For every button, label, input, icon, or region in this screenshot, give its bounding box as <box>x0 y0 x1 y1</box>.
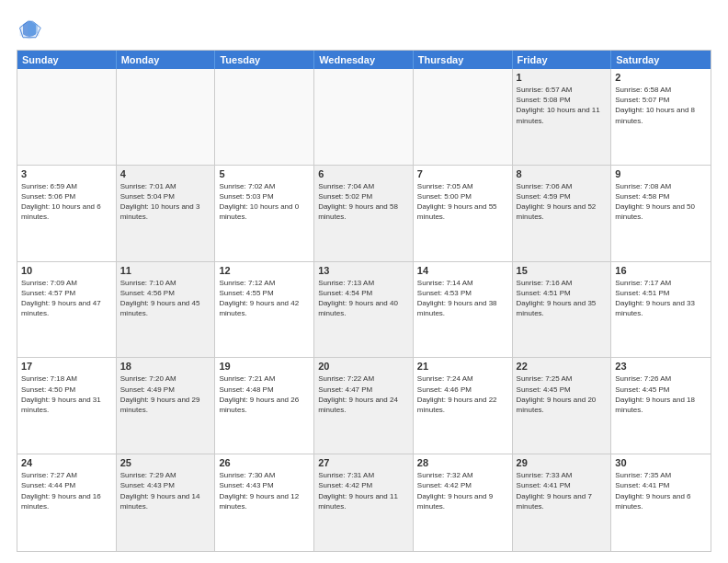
day-number: 23 <box>615 361 707 372</box>
day-cell-13: 13Sunrise: 7:13 AM Sunset: 4:54 PM Dayli… <box>314 262 414 358</box>
day-info: Sunrise: 7:13 AM Sunset: 4:54 PM Dayligh… <box>318 278 409 319</box>
day-cell-10: 10Sunrise: 7:09 AM Sunset: 4:57 PM Dayli… <box>17 262 117 358</box>
day-info: Sunrise: 7:14 AM Sunset: 4:53 PM Dayligh… <box>417 278 508 319</box>
top-section <box>17 17 711 42</box>
day-number: 2 <box>615 72 707 83</box>
day-number: 16 <box>615 265 707 276</box>
day-number: 28 <box>417 457 508 468</box>
day-cell-16: 16Sunrise: 7:17 AM Sunset: 4:51 PM Dayli… <box>611 262 711 358</box>
day-cell-14: 14Sunrise: 7:14 AM Sunset: 4:53 PM Dayli… <box>414 262 513 358</box>
day-cell-27: 27Sunrise: 7:31 AM Sunset: 4:42 PM Dayli… <box>314 454 414 551</box>
day-number: 7 <box>417 168 508 179</box>
day-info: Sunrise: 6:57 AM Sunset: 5:08 PM Dayligh… <box>517 85 608 126</box>
day-cell-19: 19Sunrise: 7:21 AM Sunset: 4:48 PM Dayli… <box>215 358 314 454</box>
day-cell-3: 3Sunrise: 6:59 AM Sunset: 5:06 PM Daylig… <box>17 166 117 261</box>
day-number: 25 <box>120 457 211 468</box>
day-info: Sunrise: 7:30 AM Sunset: 4:43 PM Dayligh… <box>219 470 310 511</box>
day-number: 19 <box>219 361 310 372</box>
day-info: Sunrise: 7:22 AM Sunset: 4:47 PM Dayligh… <box>318 373 409 415</box>
day-number: 6 <box>318 168 409 179</box>
day-cell-7: 7Sunrise: 7:05 AM Sunset: 5:00 PM Daylig… <box>414 166 513 261</box>
day-number: 22 <box>517 361 608 372</box>
day-cell-9: 9Sunrise: 7:08 AM Sunset: 4:58 PM Daylig… <box>611 166 711 261</box>
day-number: 26 <box>219 457 310 468</box>
day-info: Sunrise: 7:29 AM Sunset: 4:43 PM Dayligh… <box>120 470 211 511</box>
empty-cell <box>414 69 513 165</box>
day-number: 27 <box>318 457 409 468</box>
day-number: 13 <box>318 265 409 276</box>
day-number: 1 <box>517 72 608 83</box>
day-cell-18: 18Sunrise: 7:20 AM Sunset: 4:49 PM Dayli… <box>117 358 216 454</box>
day-cell-11: 11Sunrise: 7:10 AM Sunset: 4:56 PM Dayli… <box>117 262 216 358</box>
calendar-week-2: 10Sunrise: 7:09 AM Sunset: 4:57 PM Dayli… <box>17 262 711 359</box>
page: SundayMondayTuesdayWednesdayThursdayFrid… <box>0 0 728 563</box>
day-number: 5 <box>219 168 310 179</box>
day-number: 11 <box>120 265 211 276</box>
day-cell-22: 22Sunrise: 7:25 AM Sunset: 4:45 PM Dayli… <box>513 358 612 454</box>
day-number: 4 <box>120 168 211 179</box>
day-cell-17: 17Sunrise: 7:18 AM Sunset: 4:50 PM Dayli… <box>17 358 117 454</box>
day-info: Sunrise: 7:04 AM Sunset: 5:02 PM Dayligh… <box>318 181 409 223</box>
day-number: 24 <box>21 457 112 468</box>
day-info: Sunrise: 7:06 AM Sunset: 4:59 PM Dayligh… <box>517 181 608 223</box>
day-info: Sunrise: 7:27 AM Sunset: 4:44 PM Dayligh… <box>21 470 112 511</box>
day-info: Sunrise: 7:18 AM Sunset: 4:50 PM Dayligh… <box>21 373 112 415</box>
day-info: Sunrise: 7:24 AM Sunset: 4:46 PM Dayligh… <box>417 373 508 415</box>
day-info: Sunrise: 7:33 AM Sunset: 4:41 PM Dayligh… <box>517 470 608 511</box>
empty-cell <box>17 69 117 165</box>
day-number: 29 <box>517 457 608 468</box>
day-number: 10 <box>21 265 112 276</box>
header-day-friday: Friday <box>513 51 612 69</box>
day-cell-1: 1Sunrise: 6:57 AM Sunset: 5:08 PM Daylig… <box>513 69 612 165</box>
day-cell-29: 29Sunrise: 7:33 AM Sunset: 4:41 PM Dayli… <box>513 454 612 551</box>
calendar-week-3: 17Sunrise: 7:18 AM Sunset: 4:50 PM Dayli… <box>17 358 711 454</box>
day-cell-2: 2Sunrise: 6:58 AM Sunset: 5:07 PM Daylig… <box>611 69 711 165</box>
day-info: Sunrise: 7:17 AM Sunset: 4:51 PM Dayligh… <box>615 278 707 319</box>
calendar-week-0: 1Sunrise: 6:57 AM Sunset: 5:08 PM Daylig… <box>17 69 711 166</box>
day-info: Sunrise: 7:10 AM Sunset: 4:56 PM Dayligh… <box>120 278 211 319</box>
day-cell-20: 20Sunrise: 7:22 AM Sunset: 4:47 PM Dayli… <box>314 358 414 454</box>
day-info: Sunrise: 7:31 AM Sunset: 4:42 PM Dayligh… <box>318 470 409 511</box>
calendar-body: 1Sunrise: 6:57 AM Sunset: 5:08 PM Daylig… <box>17 69 711 551</box>
day-number: 3 <box>21 168 112 179</box>
day-cell-15: 15Sunrise: 7:16 AM Sunset: 4:51 PM Dayli… <box>513 262 612 358</box>
calendar: SundayMondayTuesdayWednesdayThursdayFrid… <box>17 50 711 552</box>
day-info: Sunrise: 7:21 AM Sunset: 4:48 PM Dayligh… <box>219 373 310 415</box>
day-info: Sunrise: 7:09 AM Sunset: 4:57 PM Dayligh… <box>21 278 112 319</box>
day-info: Sunrise: 7:01 AM Sunset: 5:04 PM Dayligh… <box>120 181 211 223</box>
day-number: 20 <box>318 361 409 372</box>
day-info: Sunrise: 7:25 AM Sunset: 4:45 PM Dayligh… <box>517 373 608 415</box>
day-info: Sunrise: 7:02 AM Sunset: 5:03 PM Dayligh… <box>219 181 310 223</box>
empty-cell <box>117 69 216 165</box>
day-cell-28: 28Sunrise: 7:32 AM Sunset: 4:42 PM Dayli… <box>414 454 513 551</box>
logo-icon <box>17 17 42 42</box>
day-number: 12 <box>219 265 310 276</box>
day-info: Sunrise: 7:26 AM Sunset: 4:45 PM Dayligh… <box>615 373 707 415</box>
calendar-header: SundayMondayTuesdayWednesdayThursdayFrid… <box>17 51 711 69</box>
day-number: 30 <box>615 457 707 468</box>
day-number: 21 <box>417 361 508 372</box>
header-day-saturday: Saturday <box>611 51 711 69</box>
day-number: 14 <box>417 265 508 276</box>
day-number: 15 <box>517 265 608 276</box>
calendar-week-4: 24Sunrise: 7:27 AM Sunset: 4:44 PM Dayli… <box>17 454 711 551</box>
day-cell-4: 4Sunrise: 7:01 AM Sunset: 5:04 PM Daylig… <box>117 166 216 261</box>
day-cell-21: 21Sunrise: 7:24 AM Sunset: 4:46 PM Dayli… <box>414 358 513 454</box>
day-number: 17 <box>21 361 112 372</box>
header-day-thursday: Thursday <box>414 51 513 69</box>
header-day-wednesday: Wednesday <box>314 51 414 69</box>
day-info: Sunrise: 7:35 AM Sunset: 4:41 PM Dayligh… <box>615 470 707 511</box>
day-cell-23: 23Sunrise: 7:26 AM Sunset: 4:45 PM Dayli… <box>611 358 711 454</box>
day-info: Sunrise: 7:32 AM Sunset: 4:42 PM Dayligh… <box>417 470 508 511</box>
day-cell-25: 25Sunrise: 7:29 AM Sunset: 4:43 PM Dayli… <box>117 454 216 551</box>
day-cell-8: 8Sunrise: 7:06 AM Sunset: 4:59 PM Daylig… <box>513 166 612 261</box>
header-day-tuesday: Tuesday <box>215 51 314 69</box>
header-day-monday: Monday <box>117 51 216 69</box>
calendar-week-1: 3Sunrise: 6:59 AM Sunset: 5:06 PM Daylig… <box>17 166 711 262</box>
day-info: Sunrise: 6:58 AM Sunset: 5:07 PM Dayligh… <box>615 85 707 126</box>
empty-cell <box>314 69 414 165</box>
day-info: Sunrise: 7:05 AM Sunset: 5:00 PM Dayligh… <box>417 181 508 223</box>
day-cell-30: 30Sunrise: 7:35 AM Sunset: 4:41 PM Dayli… <box>611 454 711 551</box>
day-number: 8 <box>517 168 608 179</box>
logo <box>17 17 46 42</box>
